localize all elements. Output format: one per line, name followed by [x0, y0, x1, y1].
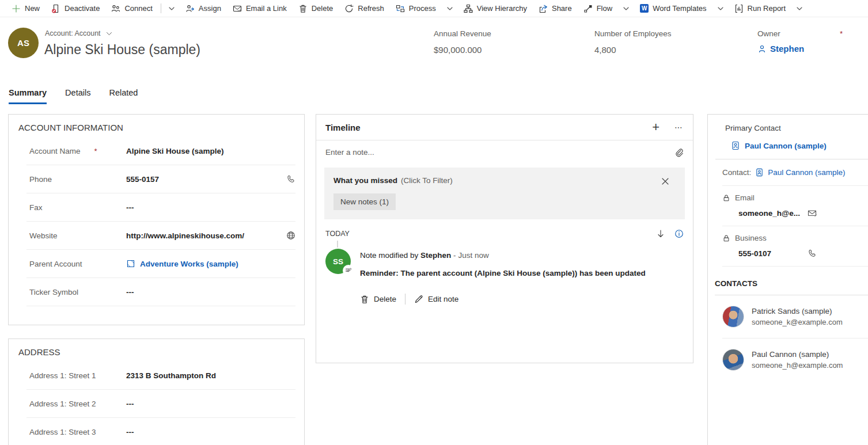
email-field-label-row: Email [715, 186, 868, 202]
process-label: Process [409, 4, 436, 13]
share-icon [539, 4, 548, 13]
contact-name[interactable]: Patrick Sands (sample) [752, 307, 843, 315]
note-input[interactable] [325, 148, 669, 157]
field-label: Ticker Symbol [29, 288, 126, 296]
email-value[interactable]: someone_h@e... [738, 209, 808, 218]
business-label: Business [735, 234, 767, 242]
record-type-label: Account: Account [45, 29, 101, 37]
connect-icon [111, 4, 120, 13]
word-templates-button[interactable]: W Word Templates [634, 0, 712, 17]
new-button[interactable]: New [6, 0, 46, 17]
run-report-button[interactable]: Run Report [729, 0, 791, 17]
deactivate-label: Deactivate [65, 4, 100, 13]
word-icon: W [640, 4, 649, 13]
field-value[interactable]: http://www.alpineskihouse.com/ [126, 231, 279, 240]
note-input-row [316, 140, 693, 164]
note-header-prefix: Note modified by [360, 251, 418, 260]
record-header: AS Account: Account Alpine Ski House (sa… [0, 17, 868, 83]
word-templates-label: Word Templates [653, 4, 706, 13]
send-email-icon[interactable] [808, 208, 817, 218]
note-timestamp: Just now [458, 251, 488, 260]
field-value[interactable]: Alpine Ski House (sample) [126, 147, 279, 155]
field-value[interactable]: --- [126, 400, 279, 408]
record-type-switcher[interactable]: Account: Account [45, 29, 113, 37]
field-value: Adventure Works (sample) [140, 260, 238, 268]
annual-revenue-label: Annual Revenue [434, 29, 491, 38]
note-author: Stephen [420, 251, 451, 260]
contact-list-item[interactable]: Paul Cannon (sample) someone_h@example.c… [708, 338, 868, 381]
flow-icon [583, 4, 593, 13]
view-hierarchy-button[interactable]: View Hierarchy [458, 0, 533, 17]
word-templates-chevron[interactable] [712, 0, 729, 17]
contact-email[interactable]: someone_h@example.com [752, 361, 843, 370]
employees-field: Number of Employees 4,800 [594, 29, 672, 55]
tab-related[interactable]: Related [109, 88, 138, 104]
run-report-label: Run Report [748, 4, 786, 13]
dynamics-account-page: New Deactivate Connect Assign Email a Li… [0, 0, 868, 445]
employees-value[interactable]: 4,800 [594, 45, 672, 55]
assign-icon [185, 4, 195, 13]
field-row-account-name: Account Name* Alpine Ski House (sample) [26, 137, 295, 165]
delete-note-button[interactable]: Delete [360, 295, 396, 304]
field-value[interactable]: --- [126, 428, 279, 436]
run-report-chevron[interactable] [791, 0, 808, 17]
annual-revenue-value[interactable]: $90,000.000 [434, 45, 491, 55]
day-group-label: TODAY [325, 230, 656, 238]
timeline-note-entry: SS Note modified by Stephen - Just now R… [325, 249, 684, 305]
primary-contact-label: Primary Contact [725, 124, 868, 132]
new-notes-chip[interactable]: New notes (1) [333, 193, 396, 210]
process-icon [396, 4, 405, 13]
info-icon[interactable] [674, 229, 684, 238]
parent-account-link[interactable]: Adventure Works (sample) [126, 259, 279, 268]
more-options-icon[interactable]: ⋯ [674, 123, 684, 132]
process-chevron[interactable] [442, 0, 458, 17]
assign-button[interactable]: Assign [180, 0, 227, 17]
contact-name[interactable]: Paul Cannon (sample) [752, 350, 843, 359]
tab-summary[interactable]: Summary [9, 88, 47, 104]
more-commands-chevron[interactable] [164, 0, 180, 17]
deactivate-button[interactable]: Deactivate [46, 0, 105, 17]
chevron-down-icon [621, 4, 631, 13]
phone-icon[interactable] [286, 174, 295, 184]
view-hierarchy-label: View Hierarchy [477, 4, 527, 13]
contact-list-item[interactable]: Patrick Sands (sample) someone_k@example… [708, 295, 868, 338]
tab-details[interactable]: Details [65, 88, 90, 104]
flow-button[interactable]: Flow [578, 0, 618, 17]
address-card: ADDRESS Address 1: Street 1 2313 B South… [8, 338, 305, 445]
contact-card-icon [731, 141, 740, 150]
person-icon [757, 44, 767, 54]
banner-title[interactable]: What you missed [333, 176, 397, 185]
primary-contact-link[interactable]: Paul Cannon (sample) [731, 141, 868, 150]
contact-email[interactable]: someone_k@example.com [752, 318, 843, 326]
field-label: Website [29, 231, 126, 240]
field-label: Address 1: Street 2 [29, 400, 126, 408]
connect-button[interactable]: Connect [105, 0, 158, 17]
field-value[interactable]: --- [126, 288, 279, 296]
paperclip-icon[interactable] [674, 148, 684, 157]
edit-note-button[interactable]: Edit note [414, 295, 458, 304]
phone-icon[interactable] [808, 249, 817, 258]
refresh-button[interactable]: Refresh [339, 0, 390, 17]
email-a-link-button[interactable]: Email a Link [227, 0, 293, 17]
note-header: Note modified by Stephen - Just now [360, 251, 684, 260]
flow-chevron[interactable] [618, 0, 634, 17]
primary-contact-panel: Primary Contact Paul Cannon (sample) Con… [707, 114, 868, 445]
globe-icon[interactable] [286, 231, 295, 240]
business-phone-value[interactable]: 555-0107 [738, 249, 808, 258]
close-icon[interactable] [661, 177, 670, 186]
process-button[interactable]: Process [390, 0, 442, 17]
note-actions: Delete Edit note [360, 294, 684, 305]
contact-label: Contact: [722, 168, 751, 177]
share-button[interactable]: Share [533, 0, 578, 17]
field-value[interactable]: 555-0157 [126, 175, 279, 184]
refresh-icon [344, 4, 354, 13]
delete-button[interactable]: Delete [293, 0, 339, 17]
flow-label: Flow [597, 4, 612, 13]
field-value[interactable]: 2313 B Southampton Rd [126, 371, 279, 380]
arrow-down-icon[interactable] [656, 229, 665, 238]
add-activity-icon[interactable]: + [652, 121, 659, 134]
field-value[interactable]: --- [126, 203, 279, 212]
owner-link[interactable]: Stephen [757, 44, 843, 54]
timeline-title: Timeline [325, 123, 652, 132]
contact-lookup-link[interactable]: Paul Cannon (sample) [768, 168, 845, 177]
